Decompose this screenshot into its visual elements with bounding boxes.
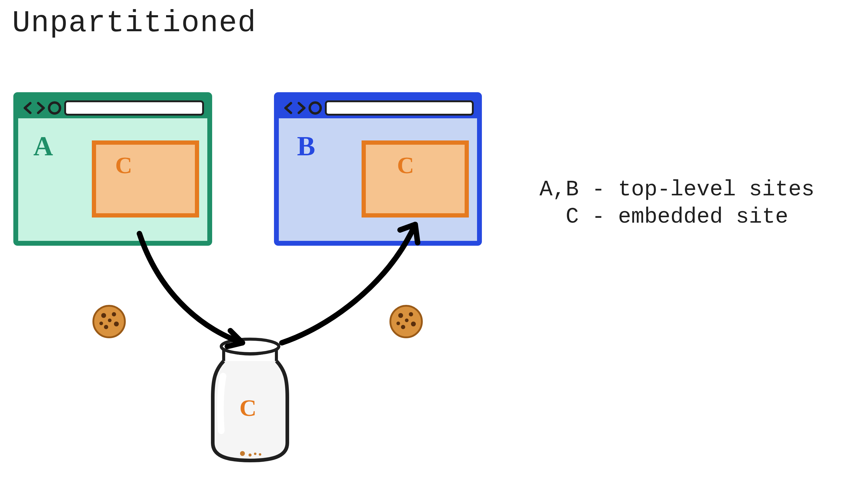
browser-a-label: A [33,131,53,162]
svg-rect-8 [326,101,473,115]
svg-point-17 [112,312,116,316]
browser-b-embed-label: C [397,152,414,179]
cookie-icon [388,304,424,340]
legend-line-2: C - embedded site [539,204,788,229]
svg-point-19 [104,325,108,329]
arrow-a-to-jar [115,231,261,352]
svg-point-14 [259,453,261,456]
legend-line-1: A,B - top-level sites [539,177,814,202]
svg-point-21 [99,321,103,325]
svg-point-13 [254,453,256,455]
cookie-icon [91,304,127,340]
svg-rect-4 [94,143,197,215]
svg-point-12 [249,454,252,457]
svg-point-11 [240,451,245,456]
svg-point-18 [114,321,119,326]
svg-point-20 [108,318,112,322]
diagram-canvas: Unpartitioned A C B C [0,0,868,489]
svg-point-28 [396,321,400,325]
svg-point-26 [401,325,405,329]
browser-a-embed-label: C [115,152,132,179]
svg-point-23 [398,313,403,318]
browser-b-label: B [297,131,315,162]
svg-point-25 [411,321,416,326]
cookie-jar-label: C [240,394,256,422]
legend: A,B - top-level sites C - embedded site [539,176,814,231]
svg-rect-3 [65,101,203,115]
browser-window-a [12,91,215,249]
svg-rect-9 [364,143,467,215]
svg-point-27 [405,318,408,322]
svg-point-24 [409,312,413,316]
diagram-title: Unpartitioned [12,6,256,40]
svg-point-16 [101,313,106,318]
